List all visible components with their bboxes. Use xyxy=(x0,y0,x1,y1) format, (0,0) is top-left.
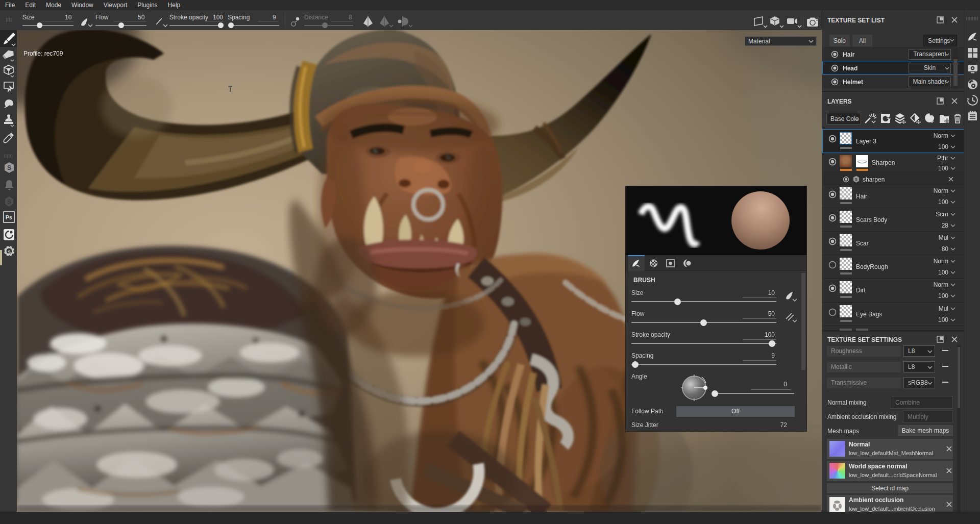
svg-text:S: S xyxy=(7,198,11,205)
svg-text:S: S xyxy=(855,177,857,182)
svg-text:Ps: Ps xyxy=(6,214,12,220)
svg-text:S: S xyxy=(7,164,11,171)
svg-text:Profile: rec709: Profile: rec709 xyxy=(23,50,63,57)
svg-text:S: S xyxy=(8,249,11,255)
